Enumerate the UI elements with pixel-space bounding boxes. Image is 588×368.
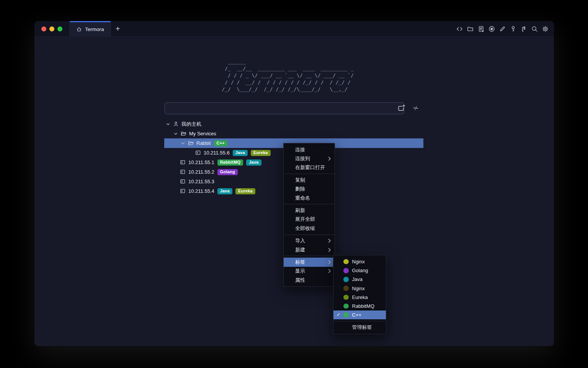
tree-label: 10.211.55.1 bbox=[188, 159, 214, 165]
tree-label: 10.211.55.6 bbox=[204, 150, 230, 156]
terminal-icon bbox=[195, 150, 201, 156]
tag-menu-item-管理标签[interactable]: 管理标签 bbox=[333, 323, 386, 332]
tab-termora[interactable]: Termora bbox=[70, 21, 111, 36]
menu-item-label: 重命名 bbox=[295, 195, 310, 202]
zoom-button[interactable] bbox=[57, 26, 62, 31]
tag-badge-c++: C++ bbox=[214, 140, 227, 146]
submenu-arrow-icon bbox=[328, 260, 331, 264]
key-icon[interactable] bbox=[510, 26, 516, 32]
menu-item-标签[interactable]: 标签 bbox=[284, 258, 335, 266]
chevron-down-icon[interactable] bbox=[166, 122, 170, 127]
menu-item-刷新[interactable]: 刷新 bbox=[284, 206, 335, 215]
menu-item-label: 显示 bbox=[295, 268, 305, 274]
submenu-arrow-icon bbox=[328, 238, 331, 243]
tag-color-dot bbox=[343, 277, 349, 282]
tag-menu-item-Nginx[interactable]: Nginx bbox=[333, 257, 386, 266]
tag-badge-java: Java bbox=[233, 150, 248, 156]
main-content: ______ /_ __/__ _________ ___ ____ _____… bbox=[34, 37, 554, 346]
keychain-icon[interactable] bbox=[521, 26, 527, 32]
chevron-down-icon[interactable] bbox=[173, 131, 178, 136]
edit-icon[interactable] bbox=[499, 26, 506, 32]
menu-item-显示[interactable]: 显示 bbox=[284, 267, 335, 276]
add-host-button[interactable] bbox=[398, 104, 405, 111]
tag-color-dot bbox=[343, 312, 349, 318]
tag-color-dot bbox=[343, 295, 349, 300]
home-icon bbox=[76, 26, 82, 32]
menu-item-导入[interactable]: 导入 bbox=[284, 237, 335, 245]
menu-separator bbox=[284, 174, 335, 174]
tag-dot-spacer bbox=[343, 325, 349, 330]
menu-item-全部收缩[interactable]: 全部收缩 bbox=[284, 224, 335, 233]
tree-label: 10.211.55.3 bbox=[188, 179, 214, 184]
tag-menu-item-label: C++ bbox=[352, 312, 362, 318]
menu-item-连接到[interactable]: 连接到 bbox=[284, 154, 335, 163]
menu-item-label: 标签 bbox=[295, 259, 305, 266]
menu-separator bbox=[333, 321, 386, 321]
menu-separator bbox=[284, 235, 335, 235]
tag-menu-item-C++[interactable]: ✓C++ bbox=[333, 310, 386, 319]
minimize-button[interactable] bbox=[49, 26, 54, 31]
menu-item-展开全部[interactable]: 展开全部 bbox=[284, 215, 335, 224]
tag-menu-item-label: Eureka bbox=[352, 294, 368, 300]
menu-item-连接[interactable]: 连接 bbox=[284, 145, 335, 154]
tree-row-My-Services[interactable]: My Services bbox=[164, 129, 423, 138]
menu-item-label: 全部收缩 bbox=[295, 225, 315, 232]
tree-label: 10.211.55.4 bbox=[188, 188, 214, 194]
tag-menu-item-Eureka[interactable]: Eureka bbox=[333, 293, 386, 302]
menu-item-label: 复制 bbox=[295, 177, 305, 184]
menu-item-label: 刷新 bbox=[295, 207, 305, 214]
tag-menu-item-Golang[interactable]: Golang bbox=[333, 266, 386, 275]
menu-item-label: 连接到 bbox=[295, 155, 310, 162]
menu-item-label: 连接 bbox=[295, 146, 305, 153]
tag-menu-item-Java[interactable]: Java bbox=[333, 275, 386, 284]
tag-submenu: NginxGolangJavaNginxEurekaRabbitMQ✓C++管理… bbox=[333, 255, 386, 334]
menu-separator bbox=[284, 256, 335, 256]
tree-label: 10.211.55.2 bbox=[188, 169, 214, 175]
tree-row--[interactable]: 我的主机 bbox=[164, 119, 423, 129]
folder-icon[interactable] bbox=[467, 26, 474, 32]
tab-label: Termora bbox=[85, 26, 104, 32]
menu-item-label: 删除 bbox=[295, 186, 305, 192]
menu-item-label: 属性 bbox=[295, 277, 305, 284]
menu-item-复制[interactable]: 复制 bbox=[284, 176, 335, 184]
menu-separator bbox=[284, 204, 335, 204]
tag-badge-java: Java bbox=[246, 159, 261, 166]
tree-label: My Services bbox=[189, 131, 216, 136]
tag-badge-eureka: Eureka bbox=[235, 188, 255, 194]
tag-menu-item-RabbitMQ[interactable]: RabbitMQ bbox=[333, 302, 386, 310]
layout-toggle-button[interactable] bbox=[413, 105, 419, 111]
log-icon[interactable] bbox=[478, 26, 484, 32]
terminal-icon bbox=[180, 169, 186, 175]
record-icon[interactable] bbox=[488, 26, 495, 32]
menu-item-重命名[interactable]: 重命名 bbox=[284, 194, 335, 202]
terminal-icon bbox=[180, 159, 186, 165]
close-button[interactable] bbox=[41, 26, 46, 31]
context-menu: 连接连接到在新窗口打开复制删除重命名刷新展开全部全部收缩导入新建标签显示属性 bbox=[283, 143, 335, 287]
settings-icon[interactable] bbox=[542, 26, 549, 32]
terminal-icon bbox=[180, 179, 186, 184]
check-icon: ✓ bbox=[336, 312, 343, 317]
tag-menu-item-label: Nginx bbox=[352, 259, 365, 264]
tag-menu-item-label: 管理标签 bbox=[352, 324, 372, 331]
toolbar bbox=[456, 21, 554, 36]
traffic-lights bbox=[34, 21, 70, 36]
submenu-arrow-icon bbox=[328, 269, 331, 273]
menu-item-新建[interactable]: 新建 bbox=[284, 245, 335, 254]
menu-item-属性[interactable]: 属性 bbox=[284, 276, 335, 284]
tag-badge-eureka: Eureka bbox=[251, 150, 271, 156]
menu-item-label: 展开全部 bbox=[295, 216, 315, 223]
tag-badge-golang: Golang bbox=[217, 169, 238, 175]
tag-color-dot bbox=[343, 268, 349, 273]
menu-item-在新窗口打开[interactable]: 在新窗口打开 bbox=[284, 163, 335, 172]
tag-menu-item-label: RabbitMQ bbox=[352, 303, 375, 309]
chevron-down-icon[interactable] bbox=[181, 141, 185, 146]
tag-menu-item-Nginx[interactable]: Nginx bbox=[333, 284, 386, 293]
tag-color-dot bbox=[343, 259, 349, 264]
submenu-arrow-icon bbox=[328, 156, 331, 161]
app-window: Termora + ______ /_ __/__ _________ ___ … bbox=[34, 21, 554, 346]
new-tab-button[interactable]: + bbox=[111, 21, 125, 36]
search-icon[interactable] bbox=[531, 26, 538, 32]
code-icon[interactable] bbox=[456, 26, 463, 32]
menu-item-删除[interactable]: 删除 bbox=[284, 185, 335, 194]
search-input[interactable] bbox=[165, 102, 404, 114]
